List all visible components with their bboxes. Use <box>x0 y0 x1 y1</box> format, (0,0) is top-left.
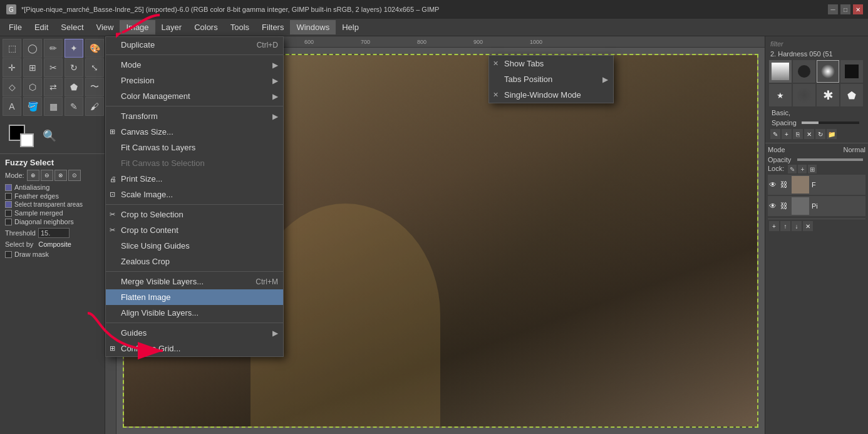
tool-bucket[interactable]: 🪣 <box>23 97 42 116</box>
tool-crop[interactable]: ✂ <box>44 58 63 77</box>
windows-item-show-tabs[interactable]: ✕ Show Tabs <box>489 56 613 71</box>
menu-item-canvas-size[interactable]: ⊞ Canvas Size... <box>106 124 283 140</box>
layer-chain-2[interactable]: ⛓ <box>780 202 789 210</box>
grid-icon: ⊞ <box>110 344 115 353</box>
menu-item-fit-canvas-to-selection[interactable]: Fit Canvas to Selection <box>106 155 283 171</box>
tool-free-select[interactable]: ✏ <box>44 39 63 58</box>
draw-mask-prop[interactable]: Draw mask <box>5 251 100 258</box>
menubar: File Edit Select View Image Layer Colors… <box>0 19 868 36</box>
menu-filters[interactable]: Filters <box>256 20 290 34</box>
menu-item-align-visible[interactable]: Align Visible Layers... <box>106 305 283 321</box>
brush-tool-refresh[interactable]: ↻ <box>815 129 825 139</box>
toolbox: ⬚ ◯ ✏ ✦ 🎨 ✛ ⊞ ✂ ↻ ⤡ ◇ ⬡ ⇄ ⬟ 〜 A 🪣 ▦ ✎ 🖌 … <box>0 36 105 434</box>
brush-tool-copy[interactable]: ⎘ <box>793 129 803 139</box>
layer-eye-1[interactable]: 👁 <box>769 180 778 189</box>
hardness-label: 2. Hardness 050 (51 <box>768 49 865 59</box>
windows-item-single-window[interactable]: ✕ Single-Window Mode <box>489 87 613 103</box>
tool-shear[interactable]: ◇ <box>3 78 21 96</box>
menu-item-configure-grid[interactable]: ⊞ Configure Grid... <box>106 341 283 356</box>
svg-text:G: G <box>9 6 14 13</box>
titlebar: G *[Pique-nique_marché_Basse-Indre_25] (… <box>0 0 868 19</box>
menu-item-crop-to-content[interactable]: ✂ Crop to Content <box>106 222 283 238</box>
tool-move[interactable]: ✛ <box>3 58 21 77</box>
brush-tool-delete[interactable]: ✕ <box>804 129 814 139</box>
brush-3[interactable] <box>817 60 839 83</box>
menu-view[interactable]: View <box>90 20 120 34</box>
sample-merged-prop[interactable]: Sample merged <box>5 209 100 217</box>
windows-item-tabs-position[interactable]: Tabs Position ▶ <box>489 71 613 87</box>
tool-warp[interactable]: 〜 <box>85 78 104 96</box>
layer-row-2[interactable]: 👁 ⛓ Pi <box>768 196 865 216</box>
menu-item-merge-visible[interactable]: Merge Visible Layers... Ctrl+M <box>106 274 283 289</box>
menu-item-precision[interactable]: Precision ▶ <box>106 73 283 88</box>
mode-label: Mode: <box>5 172 24 179</box>
layer-new-btn[interactable]: + <box>769 221 779 231</box>
menu-item-flatten-image[interactable]: Flatten Image <box>106 289 283 305</box>
menu-item-mode[interactable]: Mode ▶ <box>106 57 283 73</box>
menu-item-scale-image[interactable]: ⊡ Scale Image... <box>106 187 283 202</box>
tool-text[interactable]: A <box>3 97 21 116</box>
windows-submenu: ✕ Show Tabs Tabs Position ▶ ✕ Single-Win… <box>488 55 614 103</box>
tool-rotate[interactable]: ↻ <box>65 58 83 77</box>
menu-help[interactable]: Help <box>336 20 365 34</box>
menu-select[interactable]: Select <box>54 20 90 34</box>
menu-tools[interactable]: Tools <box>224 20 256 34</box>
menu-item-zealous-crop[interactable]: Zealous Crop <box>106 254 283 269</box>
menu-windows[interactable]: Windows <box>290 20 336 34</box>
brush-1[interactable] <box>769 60 792 83</box>
menu-item-transform[interactable]: Transform ▶ <box>106 108 283 124</box>
brush-8[interactable]: ⬟ <box>840 84 863 106</box>
filter-label: filter <box>770 40 783 48</box>
diagonal-neighbors-prop[interactable]: Diagonal neighbors <box>5 218 100 225</box>
brush-2[interactable] <box>793 60 815 83</box>
tool-perspective[interactable]: ⬡ <box>23 78 42 96</box>
background-color[interactable] <box>20 133 34 147</box>
fg-bg-colors[interactable] <box>9 125 34 147</box>
brush-tool-new[interactable]: + <box>782 129 792 139</box>
layer-raise-btn[interactable]: ↑ <box>780 221 790 231</box>
menu-file[interactable]: File <box>3 20 28 34</box>
select-transparent-prop[interactable]: Select transparent areas <box>5 201 100 208</box>
layer-row-1[interactable]: 👁 ⛓ F <box>768 175 865 195</box>
tool-pencil[interactable]: ✎ <box>65 97 83 116</box>
brush-5[interactable]: ★ <box>769 84 792 106</box>
menu-item-duplicate[interactable]: Duplicate Ctrl+D <box>106 37 283 53</box>
tool-gradient[interactable]: ▦ <box>44 97 63 116</box>
tool-by-color[interactable]: 🎨 <box>85 39 104 58</box>
threshold-input[interactable] <box>38 228 70 238</box>
menu-item-slice-guides[interactable]: Slice Using Guides <box>106 238 283 254</box>
check-icon-2: ✕ <box>493 91 499 99</box>
maximize-button[interactable]: □ <box>840 4 850 14</box>
tool-cage[interactable]: ⬟ <box>65 78 83 96</box>
menu-item-crop-to-selection[interactable]: ✂ Crop to Selection <box>106 207 283 222</box>
menu-item-print-size[interactable]: 🖨 Print Size... <box>106 171 283 187</box>
tool-align[interactable]: ⊞ <box>23 58 42 77</box>
close-button[interactable]: ✕ <box>853 4 863 14</box>
layer-thumb-1 <box>792 176 809 194</box>
antialiasing-prop[interactable]: Antialiasing <box>5 183 100 191</box>
menu-image[interactable]: Image <box>120 20 155 34</box>
tool-rect-select[interactable]: ⬚ <box>3 39 21 58</box>
tool-paintbrush[interactable]: 🖌 <box>85 97 104 116</box>
brush-tool-edit[interactable]: ✎ <box>770 129 780 139</box>
menu-edit[interactable]: Edit <box>28 20 54 34</box>
layer-chain-1[interactable]: ⛓ <box>780 180 789 189</box>
tool-scale[interactable]: ⤡ <box>85 58 104 77</box>
layer-delete-btn[interactable]: ✕ <box>803 221 813 231</box>
minimize-button[interactable]: ─ <box>828 4 838 14</box>
menu-item-guides[interactable]: Guides ▶ <box>106 325 283 341</box>
brush-4[interactable] <box>840 60 863 83</box>
layer-eye-2[interactable]: 👁 <box>769 202 778 210</box>
menu-colors[interactable]: Colors <box>188 20 224 34</box>
brush-tool-path[interactable]: 📁 <box>827 129 837 139</box>
tool-fuzzy-select[interactable]: ✦ <box>65 39 83 58</box>
brush-7[interactable]: ✱ <box>817 84 839 106</box>
menu-layer[interactable]: Layer <box>155 20 189 34</box>
menu-item-fit-canvas-to-layers[interactable]: Fit Canvas to Layers <box>106 140 283 155</box>
feather-edges-prop[interactable]: Feather edges <box>5 192 100 200</box>
tool-flip[interactable]: ⇄ <box>44 78 63 96</box>
tool-ellipse-select[interactable]: ◯ <box>23 39 42 58</box>
layer-lower-btn[interactable]: ↓ <box>792 221 802 231</box>
menu-item-color-management[interactable]: Color Management ▶ <box>106 88 283 104</box>
brush-6[interactable] <box>793 84 815 106</box>
